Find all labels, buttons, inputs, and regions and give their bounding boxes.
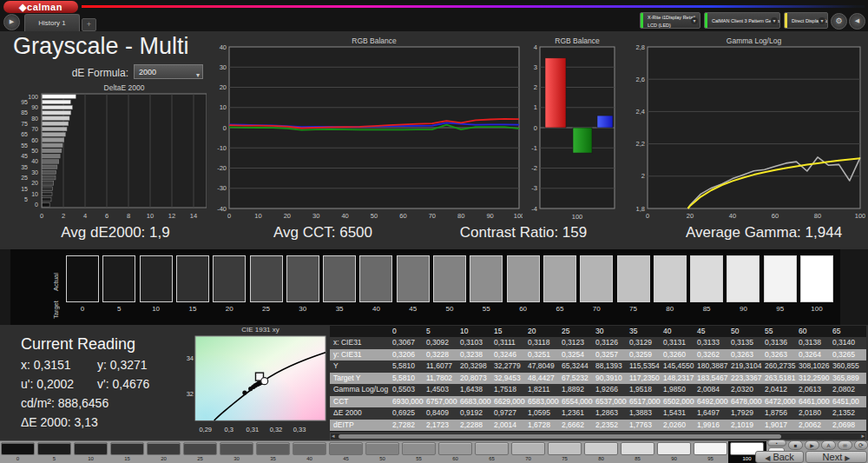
table-column-header: 60: [796, 326, 830, 337]
svg-text:0,32: 0,32: [187, 390, 194, 398]
tab-history-1[interactable]: History 1: [24, 14, 80, 32]
table-row-7: ΔE 20000,69250,84090,91920,97271,05951,2…: [330, 407, 866, 420]
table-column-header: 5: [424, 326, 457, 337]
pattern-swatch-30[interactable]: [220, 442, 253, 455]
svg-text:0,3: 0,3: [225, 426, 233, 433]
table-cell: 0,3260: [661, 349, 694, 361]
table-cell: 0,3138: [796, 337, 830, 349]
svg-text:20: 20: [31, 180, 38, 186]
table-row-header: Y: [330, 360, 390, 373]
table-cell: 1,6438: [457, 384, 491, 396]
pattern-swatch-10[interactable]: [74, 442, 108, 455]
table-cell: 365,889: [830, 373, 864, 385]
table-cell: 1,7763: [627, 420, 661, 432]
table-column-header: 30: [593, 326, 627, 337]
stop-button[interactable]: ■: [788, 440, 803, 450]
new-tab-button[interactable]: +: [82, 18, 96, 31]
table-cell: 0,3263: [728, 349, 762, 361]
source-label: CalMAN Client 3 Pattern Generator: [712, 14, 771, 28]
meter-dropdown[interactable]: X-Rite i1Display Retail LCD (LED) ▾: [640, 12, 700, 29]
svg-text:85: 85: [21, 109, 28, 116]
grayscale-swatch-label: 60: [506, 305, 541, 313]
table-scrollbar[interactable]: ◂ ▸: [330, 433, 866, 440]
table-cell: 0,3264: [796, 349, 830, 361]
pattern-swatch-25[interactable]: [183, 442, 217, 455]
tray-toggle-button[interactable]: ▪: [767, 440, 786, 446]
table-cell: 0,3103: [457, 337, 491, 349]
table-cell: 0,3263: [762, 349, 796, 361]
table-cell: 6683,0000: [457, 396, 491, 408]
aperture-button[interactable]: A: [821, 440, 836, 450]
pattern-swatch-40[interactable]: [293, 442, 326, 455]
source-dropdown[interactable]: CalMAN Client 3 Pattern Generator ▾: [704, 12, 780, 29]
svg-text:6: 6: [105, 212, 108, 220]
grayscale-strip: Actual Target 05101520253035404550556065…: [0, 249, 868, 325]
svg-text:-4: -4: [531, 205, 537, 213]
table-cell: 183,5467: [694, 373, 728, 385]
svg-text:3: 3: [534, 63, 537, 71]
pattern-swatch-0[interactable]: [1, 442, 35, 455]
history-panel-button[interactable]: ▶: [3, 14, 20, 30]
svg-text:0: 0: [40, 212, 43, 220]
back-button[interactable]: ◀ Back: [755, 451, 804, 463]
pattern-swatch-45[interactable]: [329, 442, 363, 455]
pattern-swatch-85[interactable]: [621, 442, 654, 455]
table-cell: 2,0802: [830, 384, 864, 396]
pattern-swatch-20[interactable]: [147, 442, 181, 455]
display-control-dropdown[interactable]: Direct Display Control ▾: [784, 12, 828, 29]
pattern-swatch-label: 15: [109, 456, 145, 461]
pattern-swatch-75[interactable]: [548, 442, 582, 455]
pattern-swatch-label: 10: [73, 456, 108, 461]
grayscale-swatch-label: 15: [175, 305, 210, 313]
refresh-button[interactable]: ⟳: [854, 440, 868, 450]
pattern-swatch-60[interactable]: [438, 442, 472, 455]
pattern-swatch-70[interactable]: [511, 442, 545, 455]
grayscale-swatch-75: [617, 255, 650, 302]
collapse-panel-button[interactable]: ◀: [849, 13, 865, 30]
svg-text:45: 45: [21, 153, 28, 159]
rgb-balance-line-chart: RGB Balance403020100-10-20-30-4001020304…: [210, 36, 523, 222]
scrollbar-thumb[interactable]: [339, 434, 781, 439]
table-row-8: dEITP2,72822,17232,22882,00141,67282,666…: [330, 420, 866, 432]
calman-logo-button[interactable]: ◈calman: [3, 1, 78, 13]
pattern-swatch-90[interactable]: [657, 442, 691, 455]
pattern-swatch-55[interactable]: [402, 442, 436, 455]
svg-text:80: 80: [31, 116, 38, 122]
grayscale-swatch-100: [800, 255, 833, 302]
pattern-swatch-50[interactable]: [365, 442, 399, 455]
table-cell: 117,2350: [627, 373, 661, 385]
pattern-swatch-label: 50: [365, 456, 400, 461]
table-cell: 6537,0000: [593, 396, 627, 408]
pattern-swatch-80[interactable]: [584, 442, 618, 455]
pattern-swatch-95[interactable]: [694, 442, 727, 455]
table-cell: 1,8211: [525, 384, 559, 396]
pattern-swatch-65[interactable]: [475, 442, 509, 455]
continuous-read-button[interactable]: ∞: [838, 440, 852, 450]
svg-text:-3: -3: [531, 184, 537, 192]
pattern-swatch-label: 60: [437, 456, 473, 461]
reading-v: v': 0,4676: [97, 377, 149, 391]
table-cell: 0,3135: [728, 337, 762, 349]
pattern-swatch-15[interactable]: [110, 442, 144, 455]
table-row-header: ΔE 2000: [330, 407, 390, 420]
svg-text:0: 0: [227, 212, 231, 220]
svg-text:100: 100: [28, 94, 38, 100]
svg-text:40: 40: [341, 212, 348, 220]
scroll-left-icon[interactable]: ◂: [332, 433, 335, 440]
settings-button[interactable]: ⚙: [831, 13, 847, 30]
play-button[interactable]: ▶: [805, 440, 819, 450]
svg-text:30: 30: [31, 169, 38, 175]
table-cell: 0,3254: [559, 349, 593, 361]
pattern-swatch-35[interactable]: [256, 442, 290, 455]
svg-text:50: 50: [31, 148, 38, 154]
next-button[interactable]: Next ▶: [806, 451, 867, 463]
svg-text:2: 2: [534, 83, 537, 91]
table-cell: 223,3367: [728, 373, 762, 385]
pattern-swatch-5[interactable]: [37, 442, 71, 455]
history-arrow-icon: ▶: [10, 18, 14, 24]
de-formula-select[interactable]: 2000 ▾: [134, 64, 203, 79]
table-cell: 6472,0000: [762, 396, 796, 408]
svg-text:0,34: 0,34: [187, 354, 194, 362]
svg-text:30: 30: [312, 212, 319, 220]
scroll-right-icon[interactable]: ▸: [861, 433, 865, 440]
